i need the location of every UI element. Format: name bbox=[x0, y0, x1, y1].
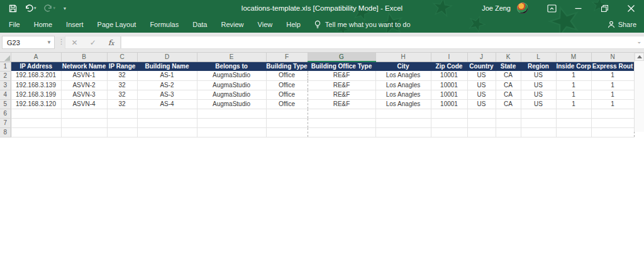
cell-F7[interactable] bbox=[266, 118, 308, 127]
restore-icon[interactable] bbox=[591, 0, 618, 16]
cell-D2[interactable]: AS-1 bbox=[137, 71, 197, 80]
ribbon-display-options-icon[interactable] bbox=[538, 0, 565, 16]
cell-L3[interactable]: US bbox=[521, 80, 556, 90]
cell-C7[interactable] bbox=[107, 118, 137, 127]
cell-B5[interactable]: ASVN-4 bbox=[61, 99, 107, 109]
undo-dropdown-icon[interactable]: ▾ bbox=[34, 6, 36, 11]
close-icon[interactable] bbox=[618, 0, 644, 16]
cell-N7[interactable] bbox=[591, 118, 634, 127]
column-header-M[interactable]: M bbox=[556, 53, 591, 62]
cell-M1[interactable]: Inside Corp bbox=[556, 62, 591, 71]
tell-me-box[interactable]: Tell me what you want to do bbox=[308, 20, 417, 29]
cancel-x-icon[interactable]: ✕ bbox=[72, 38, 78, 47]
name-box[interactable]: G23 ▼ bbox=[2, 36, 55, 49]
cell-I5[interactable]: 10001 bbox=[431, 99, 467, 109]
tab-data[interactable]: Data bbox=[186, 16, 214, 33]
cell-A8[interactable] bbox=[11, 127, 61, 137]
row-header-8[interactable]: 8 bbox=[0, 127, 11, 137]
cell-I4[interactable]: 10001 bbox=[431, 90, 467, 99]
cell-J1[interactable]: Country bbox=[467, 62, 496, 71]
cell-L5[interactable]: US bbox=[521, 99, 556, 109]
select-all-corner[interactable] bbox=[0, 53, 11, 62]
cell-G8[interactable] bbox=[308, 127, 375, 137]
scroll-up-icon[interactable] bbox=[635, 53, 644, 61]
cell-K8[interactable] bbox=[496, 127, 521, 137]
cell-I7[interactable] bbox=[431, 118, 467, 127]
column-header-D[interactable]: D bbox=[137, 53, 197, 62]
cell-A2[interactable]: 192.168.3.201 bbox=[11, 71, 61, 80]
cell-F1[interactable]: Building Type bbox=[266, 62, 308, 71]
cell-M2[interactable]: 1 bbox=[556, 71, 591, 80]
column-header-K[interactable]: K bbox=[496, 53, 521, 62]
cell-H5[interactable]: Los Anagles bbox=[375, 99, 431, 109]
cell-D7[interactable] bbox=[137, 118, 197, 127]
cell-G3[interactable]: RE&F bbox=[308, 80, 375, 90]
cell-A6[interactable] bbox=[11, 109, 61, 118]
redo-dropdown-icon[interactable]: ▾ bbox=[53, 6, 56, 11]
redo-icon[interactable]: ▾ bbox=[42, 1, 58, 15]
cell-I3[interactable]: 10001 bbox=[431, 80, 467, 90]
cell-E7[interactable] bbox=[197, 118, 266, 127]
cell-L7[interactable] bbox=[521, 118, 556, 127]
cell-K1[interactable]: State bbox=[496, 62, 521, 71]
column-header-L[interactable]: L bbox=[521, 53, 556, 62]
checkmark-icon[interactable]: ✓ bbox=[90, 38, 96, 47]
cell-G4[interactable]: RE&F bbox=[308, 90, 375, 99]
cell-N3[interactable]: 1 bbox=[591, 80, 634, 90]
cell-N1[interactable]: Express Rout bbox=[591, 62, 634, 71]
minimize-icon[interactable] bbox=[565, 0, 591, 16]
cell-M7[interactable] bbox=[556, 118, 591, 127]
cell-C1[interactable]: IP Range bbox=[107, 62, 137, 71]
cell-E1[interactable]: Belongs to bbox=[197, 62, 266, 71]
formula-bar-expand-icon[interactable]: ⌄ bbox=[636, 38, 641, 45]
cell-A4[interactable]: 192.168.3.199 bbox=[11, 90, 61, 99]
cell-G1[interactable]: Building Office Type bbox=[308, 62, 375, 71]
column-header-G[interactable]: G bbox=[308, 53, 375, 62]
cell-J2[interactable]: US bbox=[467, 71, 496, 80]
cell-N2[interactable]: 1 bbox=[591, 71, 634, 80]
cell-E4[interactable]: AugmaStudio bbox=[197, 90, 266, 99]
cell-F5[interactable]: Office bbox=[266, 99, 308, 109]
save-icon[interactable] bbox=[6, 1, 19, 15]
cell-F4[interactable]: Office bbox=[266, 90, 308, 99]
cell-B7[interactable] bbox=[61, 118, 107, 127]
cell-C8[interactable] bbox=[107, 127, 137, 137]
cell-L6[interactable] bbox=[521, 109, 556, 118]
tab-file[interactable]: File bbox=[0, 16, 27, 33]
tab-help[interactable]: Help bbox=[279, 16, 308, 33]
user-avatar[interactable] bbox=[517, 3, 528, 14]
cell-H8[interactable] bbox=[375, 127, 431, 137]
cell-A7[interactable] bbox=[11, 118, 61, 127]
cell-K2[interactable]: CA bbox=[496, 71, 521, 80]
cell-B6[interactable] bbox=[61, 109, 107, 118]
share-button[interactable]: Share bbox=[608, 16, 636, 33]
cell-J6[interactable] bbox=[467, 109, 496, 118]
cell-C6[interactable] bbox=[107, 109, 137, 118]
column-header-N[interactable]: N bbox=[591, 53, 634, 62]
cell-C3[interactable]: 32 bbox=[107, 80, 137, 90]
cell-D1[interactable]: Building Name bbox=[137, 62, 197, 71]
cell-D5[interactable]: AS-4 bbox=[137, 99, 197, 109]
cell-L2[interactable]: US bbox=[521, 71, 556, 80]
column-header-H[interactable]: H bbox=[375, 53, 431, 62]
cell-K5[interactable]: CA bbox=[496, 99, 521, 109]
cell-D4[interactable]: AS-3 bbox=[137, 90, 197, 99]
cell-G2[interactable]: RE&F bbox=[308, 71, 375, 80]
column-header-E[interactable]: E bbox=[197, 53, 266, 62]
cell-J3[interactable]: US bbox=[467, 80, 496, 90]
cell-K3[interactable]: CA bbox=[496, 80, 521, 90]
cell-F2[interactable]: Office bbox=[266, 71, 308, 80]
cell-K4[interactable]: CA bbox=[496, 90, 521, 99]
row-header-2[interactable]: 2 bbox=[0, 71, 11, 80]
cell-H3[interactable]: Los Anagles bbox=[375, 80, 431, 90]
cell-E8[interactable] bbox=[197, 127, 266, 137]
name-box-dropdown-icon[interactable]: ▼ bbox=[44, 40, 54, 45]
cell-A5[interactable]: 192.168.3.120 bbox=[11, 99, 61, 109]
account-name[interactable]: Joe Zeng bbox=[482, 4, 511, 12]
cell-F3[interactable]: Office bbox=[266, 80, 308, 90]
row-header-1[interactable]: 1 bbox=[0, 62, 11, 71]
cell-N8[interactable] bbox=[591, 127, 634, 137]
cell-H2[interactable]: Los Anagles bbox=[375, 71, 431, 80]
row-header-6[interactable]: 6 bbox=[0, 109, 11, 118]
cell-D8[interactable] bbox=[137, 127, 197, 137]
